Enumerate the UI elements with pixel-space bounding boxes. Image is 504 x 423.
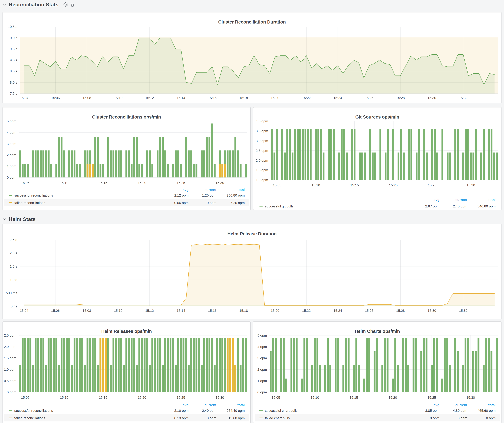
- legend-label[interactable]: failed reconciliations: [14, 201, 45, 205]
- bar: [45, 150, 47, 177]
- bar: [211, 123, 213, 177]
- legend-avg-value: 2.87 opm: [425, 204, 439, 208]
- y-tick-label: 500 ms: [6, 291, 17, 295]
- x-tick-label: 15:26: [365, 309, 373, 313]
- bar: [245, 164, 247, 177]
- legend-col-total[interactable]: total: [488, 403, 496, 407]
- legend-col-total[interactable]: total: [488, 198, 496, 202]
- bar: [369, 129, 371, 180]
- legend-col-avg[interactable]: avg: [433, 198, 439, 202]
- bar: [323, 153, 324, 180]
- bar: [58, 365, 60, 392]
- bar: [206, 137, 208, 177]
- bar: [237, 150, 239, 177]
- bar: [379, 129, 381, 180]
- bar: [407, 365, 409, 392]
- legend-col-current[interactable]: current: [204, 188, 216, 192]
- bar: [113, 338, 114, 392]
- bar: [491, 129, 492, 180]
- legend-col-avg[interactable]: avg: [183, 403, 189, 407]
- bar: [86, 338, 88, 392]
- bar: [346, 153, 348, 180]
- x-tick-label: 15:05: [21, 396, 30, 400]
- bar: [71, 365, 73, 392]
- legend-label[interactable]: failed reconciliations: [14, 416, 45, 420]
- bar: [133, 137, 135, 177]
- bar: [315, 129, 317, 180]
- legend-label[interactable]: successful reconciliations: [14, 194, 53, 198]
- bar: [24, 164, 26, 177]
- bar: [164, 338, 166, 392]
- bar: [203, 150, 205, 177]
- x-tick-label: 15:25: [428, 183, 436, 187]
- legend-total-value: 465.60 opm: [478, 409, 496, 413]
- bar: [32, 150, 34, 177]
- bar: [172, 338, 174, 392]
- chevron-down-icon[interactable]: [2, 3, 6, 7]
- legend-col-current[interactable]: current: [204, 403, 216, 407]
- bar: [364, 153, 366, 180]
- bar: [359, 153, 361, 180]
- bar: [361, 153, 363, 180]
- bar: [162, 365, 164, 392]
- bar: [368, 338, 370, 392]
- y-tick-label: 4.0 opm: [256, 119, 268, 123]
- bar: [190, 338, 192, 392]
- legend-avg-value: 0.06 opm: [174, 201, 189, 205]
- bar: [196, 338, 198, 392]
- failed-bar: [89, 164, 91, 177]
- legend-label[interactable]: successful git pulls: [265, 204, 294, 208]
- bar: [177, 338, 179, 392]
- bar: [118, 338, 120, 392]
- legend-col-avg[interactable]: avg: [433, 403, 439, 407]
- bar: [470, 153, 472, 180]
- helm-charts-opm-plot[interactable]: 5 opm4 opm3 opm2 opm1 opm0 opm15:0515:10…: [253, 322, 501, 423]
- y-tick-label: 2.0 opm: [4, 345, 16, 349]
- panel-helm-releases-opm: Helm Releases ops/min 2.5 opm2.0 opm1.5 …: [2, 322, 251, 423]
- bar: [193, 164, 195, 177]
- cluster-reconciliation-duration-plot[interactable]: 10.5 s10.0 s9.5 s9.0 s8.5 s8.0 s7.5 s15:…: [3, 12, 501, 103]
- bar: [303, 338, 305, 392]
- legend-col-avg[interactable]: avg: [183, 188, 189, 192]
- legend-col-total[interactable]: total: [238, 188, 245, 192]
- legend-col-current[interactable]: current: [455, 198, 467, 202]
- legend-col-total[interactable]: total: [238, 403, 245, 407]
- bar: [413, 338, 414, 392]
- x-tick-label: 15:10: [311, 396, 319, 400]
- x-tick-label: 15:10: [114, 96, 122, 100]
- bar: [292, 153, 294, 180]
- bar: [465, 338, 467, 392]
- chevron-down-icon[interactable]: [2, 217, 6, 221]
- legend-col-current[interactable]: current: [455, 403, 467, 407]
- bar: [319, 365, 321, 392]
- y-tick-label: 0 opm: [258, 390, 267, 394]
- git-sources-opm-plot[interactable]: 4.0 opm3.5 opm3.0 opm2.5 opm2.0 opm1.5 o…: [253, 107, 501, 210]
- bar: [491, 351, 492, 392]
- legend-label[interactable]: failed chart pulls: [265, 416, 290, 420]
- bar: [30, 338, 31, 392]
- bar: [488, 129, 490, 180]
- bar: [22, 164, 24, 177]
- helm-releases-opm-plot[interactable]: 2.5 opm2.0 opm1.5 opm1.0 opm0.5 opm0 opm…: [3, 322, 250, 423]
- bar: [224, 338, 226, 392]
- x-tick-label: 15:04: [20, 309, 28, 313]
- legend-label[interactable]: successful chart pulls: [265, 409, 298, 413]
- bar: [467, 338, 469, 392]
- helm-release-duration-plot[interactable]: 2.5 s2.0 s1.5 s1.0 s500 ms0 ns15:0415:06…: [3, 224, 501, 319]
- trash-icon[interactable]: [70, 2, 75, 7]
- bar: [483, 365, 485, 392]
- section-header-helm-stats[interactable]: Helm Stats: [2, 216, 36, 223]
- gear-icon[interactable]: [63, 2, 68, 7]
- section-header-reconciliation-stats[interactable]: Reconciliation Stats: [2, 1, 75, 8]
- bar: [79, 164, 81, 177]
- bar: [196, 164, 198, 177]
- bar: [102, 164, 104, 177]
- bar: [366, 338, 368, 392]
- bar: [141, 338, 143, 392]
- legend-label[interactable]: successful reconciliations: [14, 409, 53, 413]
- bar: [299, 129, 301, 180]
- y-tick-label: 3.5 opm: [256, 129, 268, 133]
- bar: [94, 137, 96, 177]
- bar: [167, 338, 169, 392]
- bar: [203, 338, 205, 392]
